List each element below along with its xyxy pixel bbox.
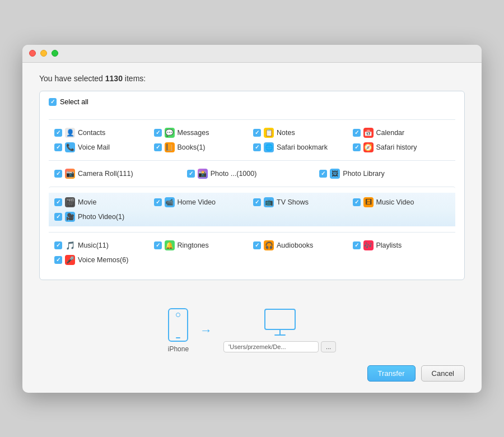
music-label: Music(11) — [78, 241, 109, 249]
calendar-label: Calendar — [376, 129, 405, 137]
info-section: 👤 Contacts 💬 Messages 📋 Notes — [49, 119, 455, 160]
notes-label: Notes — [277, 129, 295, 137]
calendar-checkbox[interactable] — [353, 129, 361, 137]
monitor-stand — [279, 330, 281, 334]
photo-library-checkbox[interactable] — [319, 170, 327, 178]
list-item: 🎶 Playlists — [353, 240, 450, 250]
minimize-button[interactable] — [40, 50, 47, 57]
list-item: 🌐 Safari bookmark — [253, 142, 351, 152]
selected-count: 1130 — [105, 74, 123, 83]
transfer-arrow-icon: → — [200, 323, 212, 338]
music-checkbox[interactable] — [54, 241, 62, 249]
movie-label: Movie — [78, 198, 96, 206]
contacts-icon: 👤 — [65, 128, 75, 138]
photo-icon: 📸 — [198, 169, 208, 179]
photo-video-label: Photo Video(1) — [78, 213, 124, 221]
selection-box: Select all 👤 Contacts 💬 Messages — [39, 91, 465, 280]
source-label: iPhone — [168, 345, 189, 353]
photo-checkbox[interactable] — [187, 170, 195, 178]
cancel-button[interactable]: Cancel — [421, 365, 465, 382]
tv-shows-icon: 📺 — [264, 197, 274, 207]
list-item: 📙 Books(1) — [154, 142, 251, 152]
button-row: Transfer Cancel — [22, 356, 482, 393]
path-row: ... — [223, 341, 336, 352]
safari-bookmark-icon: 🌐 — [264, 142, 274, 152]
voicemail-icon: 📞 — [65, 142, 75, 152]
movie-icon: 🎬 — [65, 197, 75, 207]
list-item: 🔔 Ringtones — [154, 240, 251, 250]
list-item: 🧭 Safari history — [353, 142, 450, 152]
photo-video-checkbox[interactable] — [54, 213, 62, 221]
safari-h-label: Safari history — [376, 143, 417, 151]
header-text: You have selected 1130 items: — [39, 74, 465, 83]
camera-roll-checkbox[interactable] — [54, 170, 62, 178]
contacts-label: Contacts — [78, 129, 105, 137]
photo-library-label: Photo Library — [343, 170, 384, 178]
content-area: You have selected 1130 items: Select all… — [22, 63, 482, 291]
books-icon: 📙 — [165, 142, 175, 152]
list-item: 🖼 Photo Library — [319, 169, 450, 179]
ringtones-checkbox[interactable] — [154, 241, 162, 249]
header-before: You have selected — [39, 74, 105, 83]
photo-label: Photo ...(1000) — [211, 170, 257, 178]
list-item: 🎬 Movie — [54, 197, 152, 207]
music-video-label: Music Video — [376, 198, 414, 206]
titlebar — [22, 45, 482, 63]
list-item: 🎥 Photo Video(1) — [54, 212, 152, 222]
voice-memos-checkbox[interactable] — [54, 256, 62, 264]
home-video-label: Home Video — [178, 198, 216, 206]
music-video-checkbox[interactable] — [353, 198, 361, 206]
monitor-screen — [264, 309, 296, 330]
list-item: 🎞 Music Video — [353, 197, 450, 207]
audiobooks-checkbox[interactable] — [253, 241, 261, 249]
list-item: 👤 Contacts — [54, 128, 152, 138]
transfer-section: iPhone → ... — [22, 291, 482, 356]
safari-bm-checkbox[interactable] — [253, 143, 261, 151]
list-item: 🎤 Voice Memos(6) — [54, 255, 152, 265]
select-all-checkbox[interactable] — [49, 98, 57, 106]
list-item: 💬 Messages — [154, 128, 251, 138]
safari-bm-label: Safari bookmark — [277, 143, 328, 151]
music-video-icon: 🎞 — [363, 197, 374, 207]
books-checkbox[interactable] — [154, 143, 162, 151]
messages-label: Messages — [178, 129, 209, 137]
destination-device: ... — [223, 309, 336, 352]
photos-items-grid: 📷 Camera Roll(111) 📸 Photo ...(1000) 🖼 P… — [49, 166, 455, 181]
safari-h-checkbox[interactable] — [353, 143, 361, 151]
voicemail-label: Voice Mail — [78, 143, 110, 151]
movie-checkbox[interactable] — [54, 198, 62, 206]
phone-icon — [168, 308, 188, 342]
voice-memos-label: Voice Memos(6) — [78, 256, 128, 264]
contacts-checkbox[interactable] — [54, 129, 62, 137]
messages-icon: 💬 — [165, 128, 175, 138]
calendar-icon: 📅 — [363, 128, 374, 138]
tv-shows-checkbox[interactable] — [253, 198, 261, 206]
list-item: 🎵 Music(11) — [54, 240, 152, 250]
list-item: 📷 Camera Roll(111) — [54, 169, 185, 179]
transfer-button[interactable]: Transfer — [367, 365, 416, 382]
audiobooks-icon: 🎧 — [264, 240, 274, 250]
camera-roll-icon: 📷 — [65, 169, 75, 179]
destination-path-input[interactable] — [223, 341, 319, 352]
video-row2: 🎥 Photo Video(1) — [49, 210, 455, 226]
music-items-grid: 🎵 Music(11) 🔔 Ringtones 🎧 Audiobooks — [49, 238, 455, 267]
close-button[interactable] — [29, 50, 36, 57]
monitor-icon — [264, 309, 296, 336]
messages-checkbox[interactable] — [154, 129, 162, 137]
playlists-checkbox[interactable] — [353, 241, 361, 249]
home-video-checkbox[interactable] — [154, 198, 162, 206]
books-label: Books(1) — [178, 143, 206, 151]
voicemail-checkbox[interactable] — [54, 143, 62, 151]
transfer-visual: iPhone → ... — [39, 303, 465, 356]
home-video-icon: 📹 — [165, 197, 175, 207]
video-row1: 🎬 Movie 📹 Home Video 📺 TV Shows — [49, 193, 455, 210]
list-item: 📹 Home Video — [154, 197, 251, 207]
maximize-button[interactable] — [52, 50, 58, 57]
list-item: 📺 TV Shows — [253, 197, 351, 207]
list-item: 📸 Photo ...(1000) — [187, 169, 318, 179]
browse-button[interactable]: ... — [321, 341, 336, 352]
notes-checkbox[interactable] — [253, 129, 261, 137]
photo-library-icon: 🖼 — [330, 169, 340, 179]
video-section: 🎬 Movie 📹 Home Video 📺 TV Shows — [49, 187, 455, 232]
select-all-label: Select all — [60, 98, 88, 106]
